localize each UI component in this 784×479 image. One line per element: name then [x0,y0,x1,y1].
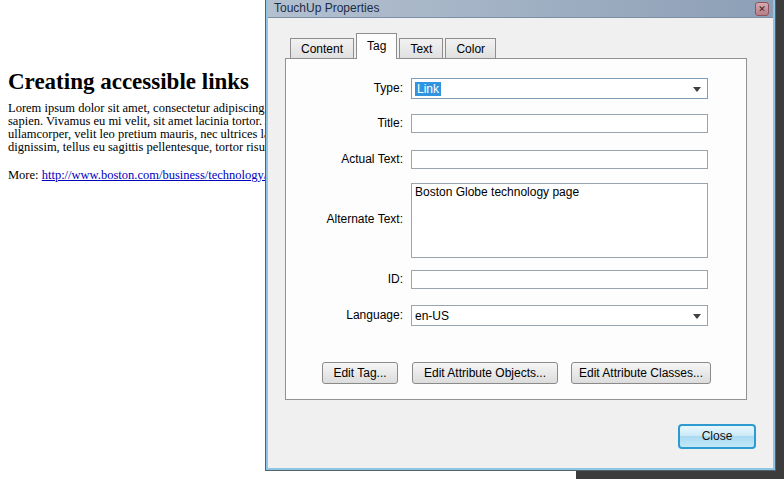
actual-text-label: Actual Text: [286,152,403,166]
document-hyperlink[interactable]: http://www.boston.com/business/technolog… [42,168,268,182]
dialog-title: TouchUp Properties [274,1,379,15]
touchup-properties-dialog: TouchUp Properties ✕ Content Tag Text Co… [266,0,775,470]
id-label: ID: [286,272,403,286]
tab-color[interactable]: Color [445,38,496,59]
document-heading: Creating accessible links [8,69,249,95]
chevron-down-icon[interactable] [693,314,701,319]
edit-attribute-objects-button[interactable]: Edit Attribute Objects... [412,362,558,384]
alternate-text-label: Alternate Text: [286,212,403,226]
type-selected-value: Link [415,82,441,96]
language-label: Language: [286,308,403,322]
tag-tab-panel: Type: Link Title: Actual Text: Alternate… [285,58,747,400]
language-combobox[interactable]: en-US [411,305,708,326]
chevron-down-icon[interactable] [693,87,701,92]
more-label: More: [8,168,42,182]
type-combobox[interactable]: Link [411,78,708,99]
close-button[interactable]: Close [678,424,756,449]
tab-bar: Content Tag Text Color [290,33,498,59]
language-selected-value: en-US [415,309,449,323]
paragraph-line: dignissim, tellus eu sagittis pellentesq… [8,141,274,154]
document-more-line: More: http://www.boston.com/business/tec… [8,168,267,183]
edit-attribute-classes-button[interactable]: Edit Attribute Classes... [571,362,711,384]
tab-tag[interactable]: Tag [356,33,397,59]
title-field[interactable] [411,114,708,133]
type-label: Type: [286,81,403,95]
close-icon[interactable]: ✕ [755,2,769,16]
edit-tag-button[interactable]: Edit Tag... [322,362,398,384]
id-field[interactable] [411,270,708,289]
actual-text-field[interactable] [411,150,708,169]
tab-content[interactable]: Content [290,38,354,59]
alternate-text-field[interactable]: Boston Globe technology page [411,183,708,258]
dialog-titlebar[interactable]: TouchUp Properties ✕ [268,0,773,18]
document-paragraph: Lorem ipsum dolor sit amet, consectetur … [8,102,274,154]
tab-text[interactable]: Text [399,38,443,59]
title-label: Title: [286,116,403,130]
